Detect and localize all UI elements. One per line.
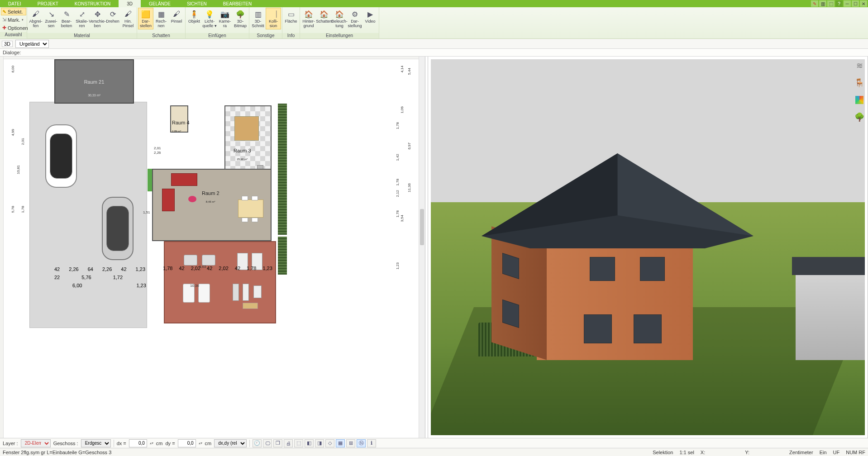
ribbon-button[interactable]: ▶Video <box>362 8 378 25</box>
tree-icon[interactable]: 🌳 <box>854 112 865 123</box>
tab-3d[interactable]: 3D <box>119 0 141 7</box>
ribbon-icon: 🧍 <box>189 9 199 19</box>
ribbon-button[interactable]: ▭Fläche <box>283 8 299 25</box>
layers-icon[interactable]: ≋ <box>854 60 865 71</box>
tab-gelaende[interactable]: GELÄNDE <box>141 0 179 7</box>
group-label: Auswahl <box>0 32 27 38</box>
dialog-bar: Dialoge: <box>0 49 868 57</box>
ribbon-button[interactable]: ▥3D- Schnitt <box>250 8 266 29</box>
bottom-tool-icon[interactable]: ◨ <box>315 439 324 447</box>
tab-bearbeiten[interactable]: BEARBEITEN <box>215 0 260 7</box>
ribbon-group-sonstige: ▥3D- Schnitt⎹Kolli- sion Sonstige <box>249 7 282 38</box>
bottom-tool-icon[interactable]: ⊞ <box>346 439 355 447</box>
hedge-right <box>278 104 287 235</box>
bottom-tool-icon[interactable]: ℹ <box>367 439 376 447</box>
ribbon-icon: ⟳ <box>108 9 118 19</box>
ribbon-button[interactable]: 📷Kame- ra <box>217 8 233 29</box>
room-1[interactable]: Raum 1 20,11 m² <box>152 105 224 169</box>
rug-icon <box>188 196 196 202</box>
minimize-icon[interactable]: ─ <box>844 0 851 7</box>
ribbon-button[interactable]: ↘Zuwei- sen <box>43 8 59 29</box>
ribbon-icon: ▶ <box>365 9 375 19</box>
ribbon-icon: 🖌 <box>31 9 41 19</box>
ribbon-icon: ↘ <box>46 9 56 19</box>
room-2[interactable]: Raum 2 8,45 m² <box>152 169 272 241</box>
ribbon-button[interactable]: 🧍Objekt <box>186 8 202 25</box>
bottom-tool-icon[interactable]: ▦ <box>336 439 345 447</box>
bottom-tool-icon[interactable]: Ⓝ <box>357 439 366 447</box>
ribbon-icon: ⎹ <box>268 9 278 19</box>
palette-icon[interactable] <box>855 96 863 104</box>
bottom-tool-icon[interactable]: ❐ <box>273 439 282 447</box>
3d-view[interactable]: ≋ 🪑 🌳 <box>428 57 868 438</box>
bottom-tool-icon[interactable]: ◇ <box>325 439 334 447</box>
ribbon-button[interactable]: 🌳3D- Bitmap <box>233 8 248 29</box>
ribbon-button[interactable]: ⟳Drehen <box>105 8 120 25</box>
ribbon-button[interactable]: ▦Rech- nen <box>153 8 169 29</box>
ribbon-button[interactable]: ✎Bear- beiten <box>59 8 74 29</box>
ribbon-button[interactable]: 🏠Beleuch- tung <box>332 8 347 29</box>
hedge-right-2 <box>278 237 287 275</box>
toolbar-icon[interactable]: ⬚ <box>827 0 835 7</box>
ribbon-button[interactable]: ✥Verschie- ben <box>90 8 105 29</box>
status-left: Fenster 2flg.sym gr L=Einbauteile G=Gesc… <box>3 450 111 455</box>
sofa-2 <box>162 189 175 211</box>
ribbon-button[interactable]: ⤢Skalie- ren <box>74 8 90 29</box>
patio[interactable] <box>164 241 276 323</box>
bottom-tool-icon[interactable]: 🖵 <box>263 439 272 447</box>
ribbon-button[interactable]: 💡Licht- quelle ▾ <box>202 8 217 29</box>
ribbon-icon: 🏠 <box>304 9 314 19</box>
ribbon-group-einstellungen: 🏠Hinter- grund🏠Schatten🏠Beleuch- tung⚙Da… <box>300 7 379 38</box>
bottom-tool-icon[interactable]: 🕘 <box>253 439 262 447</box>
bottom-tool-icon[interactable]: 🖨 <box>284 439 293 447</box>
ribbon-icon: 🖌 <box>123 9 133 19</box>
ribbon-icon: ✎ <box>62 9 72 19</box>
ribbon-button[interactable]: 🖌Abgrei- fen <box>28 8 43 29</box>
help-icon[interactable]: ? <box>835 0 843 7</box>
tab-projekt[interactable]: PROJEKT <box>29 0 67 7</box>
floorplan-view[interactable]: 6,00 4,99 10,81 5,78 2,01 1,78 4,14 5,44… <box>0 57 425 438</box>
mark-button[interactable]: ⇲Mark.▾ <box>1 16 26 24</box>
ribbon-button[interactable]: 🖌Hin. Pinsel <box>120 8 136 29</box>
sofa-1 <box>171 173 197 186</box>
close-icon[interactable]: ✕ <box>860 0 867 7</box>
status-bar: Fenster 2flg.sym gr L=Einbauteile G=Gesc… <box>0 448 868 456</box>
ribbon-button[interactable]: 🖌Pinsel <box>169 8 184 25</box>
ribbon-button[interactable]: 🟨Dar- stellen <box>138 8 153 29</box>
ribbon-icon: ▦ <box>156 9 166 19</box>
bottom-tool-icon[interactable]: ⬚ <box>294 439 303 447</box>
workspace: 6,00 4,99 10,81 5,78 2,01 1,78 4,14 5,44… <box>0 57 868 438</box>
toolbar-icon[interactable]: ▥ <box>819 0 826 7</box>
ribbon-button[interactable]: 🏠Hinter- grund <box>301 8 316 29</box>
layer-dropdown[interactable]: Urgelände <box>15 40 49 48</box>
scrollbar[interactable] <box>419 57 425 438</box>
ribbon-icon: 🏠 <box>319 9 329 19</box>
tab-datei[interactable]: DATEI <box>0 0 29 7</box>
room-4[interactable]: Raum 4 2,89 m² <box>170 105 188 133</box>
dx-input[interactable] <box>129 439 147 447</box>
furniture-icon[interactable]: 🪑 <box>854 77 865 88</box>
rel-select[interactable]: dx,dy (relativ ka <box>214 439 247 447</box>
room-garage[interactable]: Raum 21 30,33 m² <box>54 59 134 104</box>
ribbon-button[interactable]: ⎹Kolli- sion <box>266 8 281 29</box>
car-white <box>45 124 77 188</box>
ribbon-button[interactable]: 🏠Schatten <box>316 8 332 25</box>
toolbar-icon[interactable]: ✎ <box>811 0 818 7</box>
menu-tabs: DATEI PROJEKT KONSTRUKTION 3D GELÄNDE SI… <box>0 0 868 7</box>
bottom-tool-icon[interactable]: ◧ <box>305 439 314 447</box>
select-button[interactable]: ⬉Selekt. <box>1 8 26 15</box>
ribbon-group-material: 🖌Abgrei- fen↘Zuwei- sen✎Bear- beiten⤢Ska… <box>27 7 137 38</box>
geschoss-select[interactable]: Erdgeschos <box>81 439 111 447</box>
ribbon-icon: ⚙ <box>350 9 360 19</box>
view-tools: ≋ 🪑 🌳 <box>854 60 865 123</box>
ribbon-icon: ▭ <box>286 9 296 19</box>
bottom-toolbar: Layer : 2D-Elemen Geschoss : Erdgeschos … <box>0 438 868 448</box>
dy-input[interactable] <box>178 439 196 447</box>
tab-sichten[interactable]: SICHTEN <box>179 0 215 7</box>
ribbon-button[interactable]: ⚙Dar- stellung <box>347 8 362 29</box>
layer-select[interactable]: 2D-Elemen <box>21 439 51 447</box>
ribbon-group-einfuegen: 🧍Objekt💡Licht- quelle ▾📷Kame- ra🌳3D- Bit… <box>186 7 249 38</box>
options-button[interactable]: ✚Optionen <box>1 24 26 32</box>
maximize-icon[interactable]: ☐ <box>852 0 859 7</box>
tab-konstruktion[interactable]: KONSTRUKTION <box>67 0 119 7</box>
